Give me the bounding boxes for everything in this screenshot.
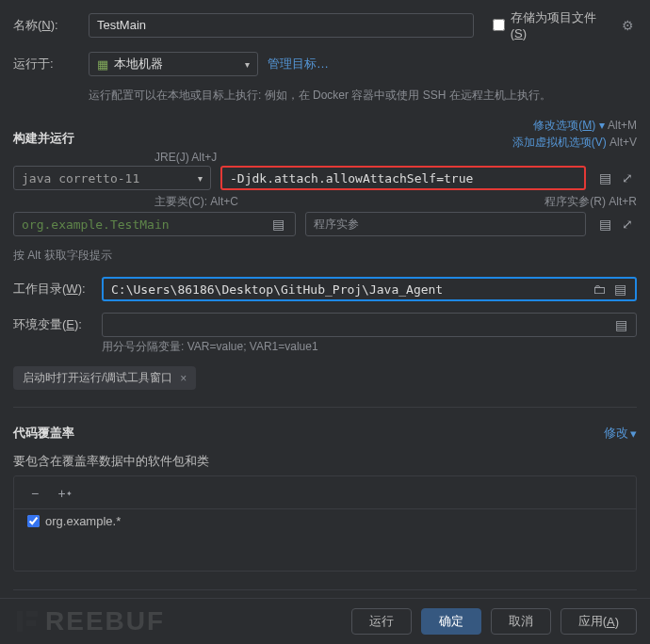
run-button[interactable]: 运行 xyxy=(351,608,412,635)
run-on-combo[interactable]: ▦ 本地机器 ▾ xyxy=(89,52,258,76)
coverage-tree: − +✦ org.example.* xyxy=(13,475,637,572)
coverage-modify-link[interactable]: 修改 xyxy=(604,425,628,442)
list-icon[interactable]: ▤ xyxy=(595,215,614,233)
chevron-down-icon: ▾ xyxy=(630,427,637,441)
remove-icon[interactable]: − xyxy=(25,484,44,503)
program-args-input[interactable]: 程序实参 xyxy=(305,212,586,236)
chevron-down-icon: ▾ xyxy=(599,119,608,132)
vm-options-input[interactable]: -Djdk.attach.allowAttachSelf=true xyxy=(220,166,586,190)
name-input[interactable]: TestMain xyxy=(89,13,474,38)
manage-targets-link[interactable]: 管理目标… xyxy=(268,56,329,72)
chevron-down-icon: ▾ xyxy=(198,173,203,184)
gear-icon[interactable]: ⚙ xyxy=(619,16,637,35)
list-icon[interactable]: ▤ xyxy=(610,280,629,298)
expand-icon[interactable]: ⤢ xyxy=(618,215,637,233)
alt-hint: 按 Alt 获取字段提示 xyxy=(13,248,637,264)
env-hint: 用分号分隔变量: VAR=value; VAR1=value1 xyxy=(102,339,318,355)
close-icon[interactable]: × xyxy=(180,372,187,385)
jre-label: JRE(J) Alt+J xyxy=(154,151,217,164)
cancel-button[interactable]: 取消 xyxy=(491,608,551,635)
main-class-input[interactable]: org.example.TestMain ▤ xyxy=(13,212,296,236)
ok-button[interactable]: 确定 xyxy=(421,608,481,635)
coverage-title: 代码覆盖率 xyxy=(13,425,74,442)
name-label: 名称(N): xyxy=(13,17,79,34)
coverage-tree-row[interactable]: org.example.* xyxy=(14,509,636,533)
modify-options-shortcut: Alt+M xyxy=(608,119,637,132)
list-icon[interactable]: ▤ xyxy=(611,315,630,334)
env-input[interactable]: ▤ xyxy=(102,313,637,337)
laptop-icon: ▦ xyxy=(97,57,108,72)
main-class-label: 主要类(C): Alt+C xyxy=(154,194,238,210)
add-vm-options-link[interactable]: 添加虚拟机选项(V) xyxy=(512,136,607,149)
add-vm-options-shortcut: Alt+V xyxy=(609,136,637,149)
save-as-project-file-label: 存储为项目文件(S) xyxy=(511,9,609,40)
coverage-row-checkbox[interactable] xyxy=(27,515,40,527)
list-icon[interactable]: ▤ xyxy=(595,169,614,187)
work-dir-label: 工作目录(W): xyxy=(13,281,92,298)
build-and-run-title: 构建并运行 xyxy=(13,130,74,147)
expand-icon[interactable]: ⤢ xyxy=(618,169,637,187)
work-dir-input[interactable]: C:\Users\86186\Desktop\GitHub_Proj\Java_… xyxy=(102,277,637,301)
open-tool-window-chip[interactable]: 启动时打开运行/调试工具窗口 × xyxy=(13,366,196,390)
program-args-label: 程序实参(R) Alt+R xyxy=(544,194,637,210)
coverage-packages-label: 要包含在覆盖率数据中的软件包和类 xyxy=(13,453,637,470)
apply-button[interactable]: 应用(A) xyxy=(561,608,637,635)
chevron-down-icon: ▾ xyxy=(245,59,250,70)
save-as-project-file-checkbox[interactable]: 存储为项目文件(S) xyxy=(493,9,609,40)
list-icon[interactable]: ▤ xyxy=(268,215,287,233)
add-icon[interactable]: +✦ xyxy=(56,484,74,503)
modify-options-link[interactable]: 修改选项(M) xyxy=(533,119,598,132)
run-config-hint: 运行配置可以在本地或目标上执行: 例如，在 Docker 容器中或使用 SSH … xyxy=(89,88,551,104)
run-on-label: 运行于: xyxy=(13,56,79,72)
jdk-combo[interactable]: java corretto-11 ▾ xyxy=(13,166,211,190)
folder-icon[interactable]: 🗀 xyxy=(590,280,609,298)
env-label: 环境变量(E): xyxy=(13,316,92,333)
